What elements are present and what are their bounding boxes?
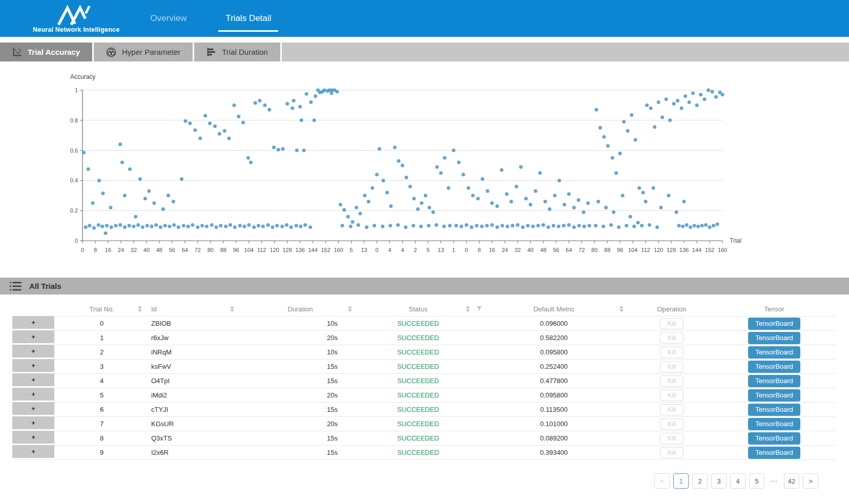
venn-circles-icon bbox=[106, 47, 116, 57]
table-row: +6cTYJI15sSUCCEEDED0.113500KillTensorBoa… bbox=[12, 402, 836, 416]
svg-text:13: 13 bbox=[361, 247, 367, 253]
expand-row-button[interactable]: + bbox=[12, 345, 54, 359]
cell-trial-id: iMdi2 bbox=[149, 388, 241, 402]
tensorboard-button[interactable]: TensorBoard bbox=[748, 389, 800, 402]
status-badge: SUCCEEDED bbox=[397, 363, 439, 370]
cell-status: SUCCEEDED bbox=[359, 402, 477, 416]
cell-status: SUCCEEDED bbox=[359, 345, 477, 359]
top-navbar: Neural Network Intelligence Overview Tri… bbox=[0, 0, 849, 37]
cell-status: SUCCEEDED bbox=[359, 373, 477, 388]
column-header-duration[interactable]: Duration bbox=[241, 302, 359, 316]
pagination-page-2[interactable]: 2 bbox=[692, 473, 708, 489]
sort-icon[interactable] bbox=[348, 306, 352, 312]
pagination-page-1[interactable]: 1 bbox=[673, 473, 689, 489]
cell-duration: 10s bbox=[241, 345, 359, 359]
expand-row-button[interactable]: + bbox=[12, 373, 54, 388]
pagination-page-3[interactable]: 3 bbox=[711, 473, 727, 489]
subtab-trial-duration[interactable]: Trial Duration bbox=[194, 43, 281, 61]
status-badge: SUCCEEDED bbox=[397, 434, 439, 442]
expand-row-button[interactable]: + bbox=[12, 416, 54, 431]
table-row: +9I2x6R15sSUCCEEDED0.393400KillTensorBoa… bbox=[12, 445, 836, 459]
tensorboard-button[interactable]: TensorBoard bbox=[748, 432, 800, 445]
tensorboard-button[interactable]: TensorBoard bbox=[748, 375, 800, 387]
cell-tensor: TensorBoard bbox=[713, 402, 836, 416]
table-row: +1r6xJw20sSUCCEEDED0.582200KillTensorBoa… bbox=[12, 330, 836, 345]
svg-text:152: 152 bbox=[705, 247, 714, 253]
cell-operation: Kill bbox=[631, 431, 713, 445]
subtab-trial-accuracy[interactable]: Trial Accuracy bbox=[0, 43, 94, 61]
cell-duration: 15s bbox=[241, 445, 359, 459]
pagination-prev-button[interactable]: < bbox=[654, 473, 670, 489]
kill-button[interactable]: Kill bbox=[660, 447, 684, 458]
expand-row-button[interactable]: + bbox=[12, 330, 54, 345]
cell-tensor: TensorBoard bbox=[713, 316, 836, 330]
expand-row-button[interactable]: + bbox=[12, 316, 54, 330]
svg-text:40: 40 bbox=[143, 247, 150, 253]
cell-trial-id: ZBIOB bbox=[149, 316, 241, 330]
kill-button[interactable]: Kill bbox=[660, 361, 684, 372]
tensorboard-button[interactable]: TensorBoard bbox=[748, 332, 800, 344]
sort-icon[interactable] bbox=[230, 306, 234, 312]
cell-trial-no: 1 bbox=[54, 330, 149, 345]
sort-icon[interactable] bbox=[619, 306, 624, 312]
svg-text:16: 16 bbox=[489, 247, 495, 253]
tensorboard-button[interactable]: TensorBoard bbox=[748, 418, 800, 430]
cell-tensor: TensorBoard bbox=[713, 416, 836, 431]
tensorboard-button[interactable]: TensorBoard bbox=[748, 404, 800, 416]
kill-button[interactable]: Kill bbox=[660, 347, 684, 358]
svg-text:112: 112 bbox=[641, 247, 650, 253]
cell-trial-no: 8 bbox=[54, 431, 149, 445]
column-header-id[interactable]: Id bbox=[149, 302, 241, 316]
subtab-hyper-parameter[interactable]: Hyper Parameter bbox=[94, 43, 194, 61]
tensorboard-button[interactable]: TensorBoard bbox=[748, 318, 800, 330]
kill-button[interactable]: Kill bbox=[660, 318, 684, 329]
pagination-next-button[interactable]: > bbox=[803, 473, 818, 489]
svg-text:0.8: 0.8 bbox=[70, 117, 78, 123]
table-row: +2iNRqM10sSUCCEEDED0.095800KillTensorBoa… bbox=[12, 345, 836, 359]
pagination-ellipsis[interactable]: ••• bbox=[768, 473, 780, 489]
expand-row-button[interactable]: + bbox=[12, 431, 54, 445]
column-header-default-metric[interactable]: Default Metric bbox=[477, 302, 631, 316]
scatter-points bbox=[82, 89, 724, 235]
pagination-page-4[interactable]: 4 bbox=[730, 473, 746, 489]
svg-text:32: 32 bbox=[131, 247, 137, 253]
tensorboard-button[interactable]: TensorBoard bbox=[748, 346, 800, 359]
expand-row-button[interactable]: + bbox=[12, 402, 54, 416]
kill-button[interactable]: Kill bbox=[660, 390, 684, 401]
cell-default-metric: 0.089200 bbox=[477, 431, 631, 445]
svg-text:16: 16 bbox=[105, 247, 111, 253]
all-trials-title: All Trials bbox=[29, 282, 61, 290]
kill-button[interactable]: Kill bbox=[660, 404, 684, 415]
svg-text:0: 0 bbox=[375, 247, 378, 253]
scatter-plot-icon bbox=[12, 47, 22, 57]
svg-text:64: 64 bbox=[566, 247, 572, 253]
pagination-page-42[interactable]: 42 bbox=[784, 473, 799, 489]
svg-text:5: 5 bbox=[350, 247, 353, 253]
cell-duration: 15s bbox=[241, 402, 359, 416]
column-header-trial-no-[interactable]: Trial No. bbox=[54, 302, 149, 316]
expand-row-button[interactable]: + bbox=[12, 359, 54, 373]
table-row: +5iMdi220sSUCCEEDED0.095800KillTensorBoa… bbox=[12, 388, 836, 402]
cell-tensor: TensorBoard bbox=[713, 373, 836, 388]
sort-icon[interactable] bbox=[138, 306, 142, 312]
cell-trial-no: 9 bbox=[54, 445, 149, 459]
kill-button[interactable]: Kill bbox=[660, 433, 684, 444]
cell-default-metric: 0.096000 bbox=[477, 316, 631, 330]
kill-button[interactable]: Kill bbox=[660, 418, 684, 430]
cell-default-metric: 0.252400 bbox=[477, 359, 631, 373]
table-row: +4O4TpI15sSUCCEEDED0.477800KillTensorBoa… bbox=[12, 373, 836, 388]
sort-icon[interactable] bbox=[466, 306, 470, 312]
nav-tab-overview[interactable]: Overview bbox=[149, 11, 188, 26]
kill-button[interactable]: Kill bbox=[660, 332, 684, 344]
tensorboard-button[interactable]: TensorBoard bbox=[748, 361, 800, 373]
kill-button[interactable]: Kill bbox=[660, 375, 684, 387]
cell-operation: Kill bbox=[631, 445, 713, 459]
expand-row-button[interactable]: + bbox=[12, 388, 54, 402]
tensorboard-button[interactable]: TensorBoard bbox=[748, 447, 800, 459]
cell-trial-no: 4 bbox=[54, 373, 149, 388]
pagination-page-5[interactable]: 5 bbox=[749, 473, 764, 489]
nav-tab-trials-detail[interactable]: Trials Detail bbox=[224, 11, 272, 26]
expand-row-button[interactable]: + bbox=[12, 445, 54, 459]
cell-trial-no: 5 bbox=[54, 388, 149, 402]
column-header-status[interactable]: Status bbox=[359, 302, 477, 316]
